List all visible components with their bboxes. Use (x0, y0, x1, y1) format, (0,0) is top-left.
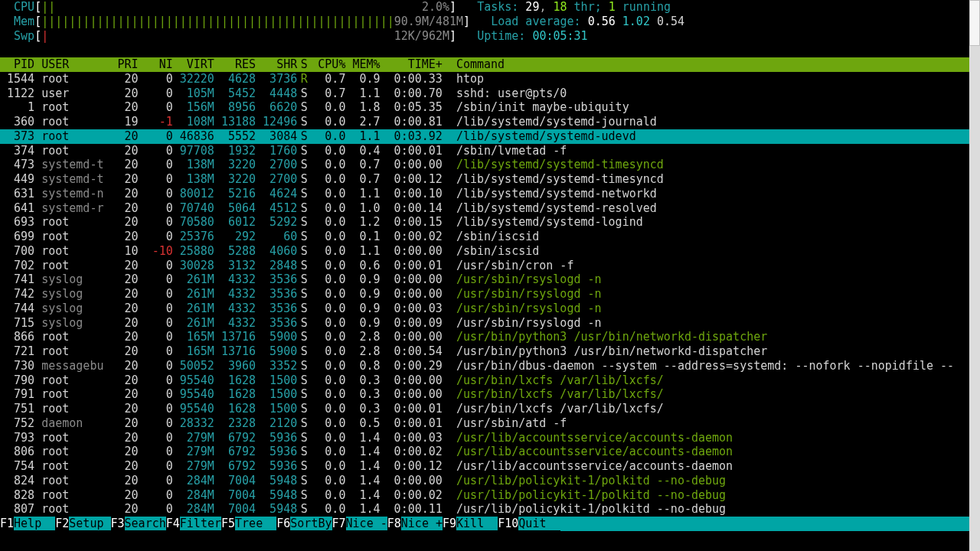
process-row[interactable]: 721 root200165M137165900S0.02.80:00.54 /… (0, 344, 969, 359)
process-row[interactable]: 702 root2003002831322848S0.00.60:00.01 /… (0, 259, 969, 273)
process-row[interactable]: 751 root2009554016281500S0.00.30:00.01 /… (0, 402, 969, 416)
swp-meter-label: Swp (14, 29, 34, 43)
process-row[interactable]: 793 root200279M67925936S0.01.40:00.03 /u… (0, 431, 969, 445)
fkey-F7: F7 (332, 517, 346, 530)
process-row[interactable]: 700 root10-102588052884060S0.01.10:00.00… (0, 244, 969, 259)
fkey-F3: F3 (111, 517, 125, 530)
fkey-F1: F1 (0, 517, 14, 530)
fkey-F9: F9 (443, 517, 456, 530)
vertical-scrollbar[interactable] (969, 0, 980, 551)
process-row[interactable]: 715 syslog200261M43323536S0.00.90:00.09 … (0, 316, 969, 331)
process-row[interactable]: 828 root200284M70045948S0.01.40:00.02 /u… (0, 488, 969, 503)
fkey-F6: F6 (276, 517, 290, 530)
process-row[interactable]: 744 syslog200261M43323536S0.00.90:00.03 … (0, 302, 969, 316)
fkey-label-F5[interactable]: Tree (235, 517, 276, 530)
process-row[interactable]: 631 systemd-n2008001252164624S0.01.10:00… (0, 187, 969, 201)
process-row[interactable]: 730 messagebu2005005239603352S0.00.80:00… (0, 359, 969, 373)
process-row[interactable]: 641 systemd-r2007074050644512S0.01.00:00… (0, 201, 969, 216)
load-15: 0.54 (657, 15, 684, 28)
process-row[interactable]: 1122 user200105M54524448S0.71.10:00.70 s… (0, 86, 969, 101)
process-row-selected[interactable]: 373 root2004683655523084S0.01.10:03.92 /… (0, 129, 969, 144)
process-row[interactable]: 1 root200156M89566620S0.01.80:05.35 /sbi… (0, 100, 969, 115)
fkey-label-F8[interactable]: Nice + (401, 517, 443, 530)
cpu-meter-pct: 2.0% (422, 0, 449, 14)
uptime-label: Uptime: (477, 29, 525, 43)
fkey-F2: F2 (55, 517, 69, 530)
process-row[interactable]: 473 systemd-t200138M32202700S0.00.70:00.… (0, 158, 969, 172)
cpu-meter-bar: || (41, 0, 55, 14)
process-row[interactable]: 360 root19-1108M1318812496S0.02.70:00.81… (0, 115, 969, 129)
process-row[interactable]: 741 syslog200261M43323536S0.00.90:00.00 … (0, 272, 969, 287)
fkey-label-F1[interactable]: Help (14, 517, 55, 530)
tasks-total: 29 (525, 0, 539, 14)
fkey-label-F6[interactable]: SortBy (290, 517, 332, 530)
load-1: 0.56 (588, 15, 616, 28)
process-row[interactable]: 742 syslog200261M43323536S0.00.90:00.00 … (0, 287, 969, 302)
mem-meter-label: Mem (14, 15, 34, 28)
process-row[interactable]: 866 root200165M137165900S0.02.80:00.00 /… (0, 330, 969, 344)
process-row[interactable]: 1544 root2003222046283736R0.70.90:00.33 … (0, 72, 969, 86)
load-5: 1.02 (622, 15, 650, 28)
tasks-running: 1 (609, 0, 616, 14)
process-row[interactable]: 807 root200284M70045948S0.01.40:00.11 /u… (0, 502, 969, 517)
process-row[interactable]: 449 systemd-t200138M32202700S0.00.70:00.… (0, 172, 969, 187)
fkey-F10: F10 (498, 517, 518, 530)
fkey-label-F3[interactable]: Search (125, 517, 166, 530)
process-row[interactable]: 374 root2009770819321760S0.00.40:00.01 /… (0, 144, 969, 158)
fkey-F8: F8 (387, 517, 401, 530)
fkey-label-F10[interactable]: Quit (518, 517, 560, 530)
scrollbar-thumb[interactable] (969, 0, 980, 46)
process-row[interactable]: 752 daemon2002833223282120S0.00.50:00.01… (0, 416, 969, 431)
fkey-label-F4[interactable]: Filter (180, 517, 221, 530)
swp-meter-bar: | (41, 29, 48, 43)
function-key-bar: F1Help F2Setup F3SearchF4FilterF5Tree F6… (0, 517, 969, 531)
process-row[interactable]: 824 root200284M70045948S0.01.40:00.00 /u… (0, 474, 969, 488)
process-header[interactable]: PID USERPRINIVIRTRESSHRSCPU%MEM%TIME+ Co… (0, 57, 969, 72)
fkey-label-F9[interactable]: Kill (456, 517, 498, 530)
fkey-F5: F5 (221, 517, 235, 530)
process-row[interactable]: 791 root2009554016281500S0.00.30:00.00 /… (0, 387, 969, 402)
cpu-meter-label: CPU (14, 0, 34, 14)
process-row[interactable]: 790 root2009554016281500S0.00.30:00.00 /… (0, 373, 969, 388)
process-row[interactable]: 699 root2002537629260S0.00.10:00.02 /sbi… (0, 230, 969, 244)
process-row[interactable]: 806 root200279M67925936S0.01.40:00.02 /u… (0, 445, 969, 459)
fkey-label-F2[interactable]: Setup (69, 517, 110, 530)
tasks-label: Tasks: (477, 0, 518, 14)
swp-meter-text: 12K/962M (394, 29, 449, 43)
load-label: Load average: (491, 15, 580, 28)
fkey-F4: F4 (166, 517, 180, 530)
process-row[interactable]: 754 root200279M67925936S0.01.40:00.12 /u… (0, 459, 969, 474)
fkey-label-F7[interactable]: Nice - (346, 517, 387, 530)
process-row[interactable]: 693 root2007058060125292S0.01.20:00.15 /… (0, 215, 969, 230)
uptime-value: 00:05:31 (532, 29, 587, 43)
mem-meter-bar: ||||||||||||||||||||||||||||||||||||||||… (41, 15, 394, 28)
mem-meter-text: 90.9M/481M (394, 15, 463, 28)
tasks-threads: 18 (553, 0, 567, 14)
